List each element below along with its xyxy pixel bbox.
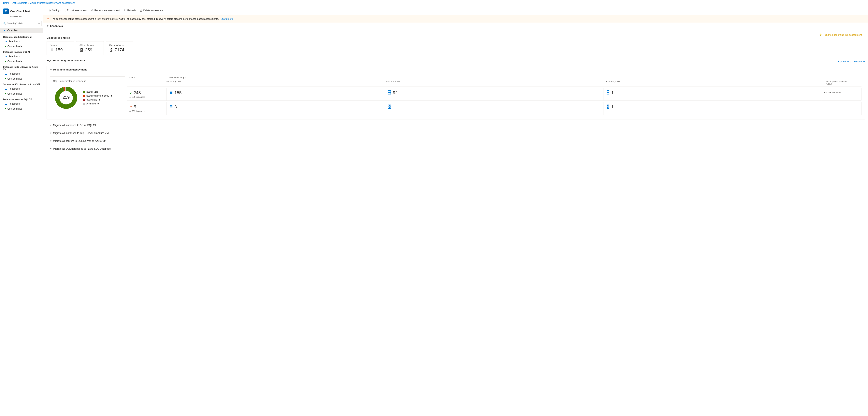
sidebar-item-db-cost[interactable]: ● Cost estimate — [0, 106, 43, 111]
header-cost — [820, 77, 860, 79]
stats-db-warning: 🗄 1 — [603, 102, 822, 115]
expand-all-link[interactable]: Expand all — [838, 60, 849, 63]
breadcrumb-azure-migrate[interactable]: Azure Migrate — [12, 2, 27, 4]
entity-card-servers[interactable]: Servers 🖥 159 — [46, 41, 74, 55]
cloud-icon: ☁ — [5, 55, 7, 58]
export-button[interactable]: ↓ Export assessment — [63, 8, 89, 13]
sidebar-item-label: Readiness — [8, 72, 20, 75]
databases-count: 7174 — [115, 48, 124, 53]
sidebar-item-serversvm-cost[interactable]: ● Cost estimate — [0, 91, 43, 96]
vm-icon-2: 🖥 — [169, 105, 173, 110]
settings-button[interactable]: ⚙ Settings — [46, 8, 63, 13]
warning-sub: of 259 instances — [129, 110, 164, 112]
toolbar: ⚙ Settings ↓ Export assessment ↺ Recalcu… — [43, 6, 868, 15]
cost-icon: ● — [5, 92, 6, 95]
breadcrumb-discovery[interactable]: Azure Migrate: Discovery and assessment — [30, 2, 74, 4]
mi-count-2: 1 — [393, 105, 395, 110]
learn-more-link[interactable]: Learn more. — [221, 18, 234, 20]
sidebar-item-sqlmi-cost[interactable]: ● Cost estimate — [0, 59, 43, 64]
header-deployment: Deployment target — [168, 77, 820, 79]
chevron-down-icon: ▼ — [50, 124, 52, 126]
collapse-all-link[interactable]: Collapse all — [852, 60, 865, 63]
stats-row-warning[interactable]: ⚠ 5 of 259 instances 🖥 3 — [127, 102, 862, 115]
legend-ready: Ready 248 — [83, 90, 112, 93]
essentials-toggle[interactable]: ▼ Essentials — [46, 25, 865, 27]
sidebar-item-label: Readiness — [8, 55, 20, 58]
migration-title: SQL Server migration scenarios — [46, 59, 86, 62]
migration-links: Expand all | Collapse all — [838, 60, 865, 63]
stats-mi-ready: 🗄 92 — [385, 88, 603, 100]
recalculate-button[interactable]: ↺ Recalculate assessment — [89, 8, 122, 13]
stats-vm-ready: 🖥 155 — [166, 88, 385, 100]
sidebar-logo-icon: C — [3, 8, 9, 14]
sidebar-item-sqlmi-readiness[interactable]: ☁ Readiness — [0, 54, 43, 59]
sidebar-item-recommended-readiness[interactable]: ☁ Readiness — [0, 39, 43, 44]
sidebar-nav: ☁ Overview — [0, 27, 43, 34]
collapse-servers-vm[interactable]: ▼ Migrate all servers to SQL Server on A… — [46, 137, 865, 145]
essentials-label: Essentials — [50, 25, 63, 27]
entity-card-databases[interactable]: User databases 🗄 7174 — [106, 41, 133, 55]
entity-label-servers: Servers — [50, 44, 71, 46]
entity-value-sql: 🗄 259 — [80, 48, 100, 53]
collapse-databases-db[interactable]: ▼ Migrate all SQL databases to Azure SQL… — [46, 145, 865, 153]
entity-card-sql[interactable]: SQL instances 🗄 259 — [76, 41, 104, 55]
sidebar-section-servers-vm: Servers to SQL Server on Azure VM ☁ Read… — [0, 81, 43, 96]
vm-count-2: 3 — [175, 105, 177, 110]
sidebar-section-sql-mi: Instances to Azure SQL MI ☁ Readiness ● … — [0, 49, 43, 64]
ready-checkmark-icon: ✔ — [129, 91, 132, 95]
chevron-down-icon: ▼ — [50, 140, 52, 142]
scenario-recommended-label: Recommended deployment — [53, 68, 87, 71]
chart-legend: Ready 248 Ready with conditions 5 — [83, 90, 112, 105]
ready-sub: of 259 instances — [129, 96, 164, 98]
settings-icon: ⚙ — [49, 9, 51, 12]
servers-count: 159 — [56, 48, 63, 53]
content-area: 💡 Help me understand this assessment Dis… — [43, 29, 868, 156]
legend-dot-conditions — [83, 95, 85, 97]
delete-button[interactable]: 🗑 Delete assessment — [138, 8, 165, 13]
collapse-sql-mi[interactable]: ▼ Migrate all instances to Azure SQL MI — [46, 121, 865, 129]
stats-row-ready[interactable]: ✔ 248 of 259 instances 🖥 155 — [127, 88, 862, 101]
sidebar-search-container: 🔍 « — [2, 21, 42, 26]
chart-body: 259 Ready 248 — [53, 85, 122, 111]
stats-mi-warning: 🗄 1 — [385, 102, 603, 115]
refresh-button[interactable]: ↻ Refresh — [122, 8, 137, 13]
help-link[interactable]: 💡 Help me understand this assessment — [819, 34, 862, 36]
sidebar-item-label: Readiness — [8, 87, 20, 90]
scenario-recommended-header[interactable]: ▼ Recommended deployment — [47, 66, 865, 73]
sidebar-collapse-button[interactable]: « — [38, 22, 40, 25]
donut-svg: 259 — [53, 85, 79, 111]
sidebar-item-db-readiness[interactable]: ☁ Readiness — [0, 101, 43, 106]
sidebar-logo: C CostCheckTest — [3, 8, 40, 14]
donut-chart: 259 — [53, 85, 79, 111]
warning-banner: ⚠ The confidence rating of the assessmen… — [43, 15, 868, 23]
sidebar: C CostCheckTest Assessment 🔍 « ☁ Overvie… — [0, 6, 43, 416]
header-source: Source — [128, 77, 168, 79]
overview-label: Overview — [7, 29, 18, 32]
sidebar-overview-item[interactable]: ☁ Overview — [0, 28, 43, 33]
help-label: Help me understand this assessment — [823, 34, 862, 36]
cloud-icon: ☁ — [5, 40, 7, 43]
db-icon-2: 🗄 — [606, 105, 610, 110]
collapse-sql-vm[interactable]: ▼ Migrate all instances to SQL Server on… — [46, 129, 865, 137]
help-icon: 💡 — [819, 34, 822, 36]
entity-label-databases: User databases — [109, 44, 130, 46]
main-content: ⚠ The confidence rating of the assessmen… — [43, 15, 868, 416]
overview-icon: ☁ — [3, 29, 6, 32]
entities-cards: Servers 🖥 159 SQL instances 🗄 259 — [46, 41, 865, 55]
breadcrumb-home[interactable]: Home — [3, 2, 9, 4]
sidebar-item-recommended-cost[interactable]: ● Cost estimate — [0, 44, 43, 49]
legend-dot-unknown — [83, 103, 85, 105]
search-input[interactable] — [7, 22, 37, 25]
sidebar-item-serversvm-readiness[interactable]: ☁ Readiness — [0, 86, 43, 91]
db-icon: 🗄 — [606, 90, 610, 95]
subheader-sql-db: Azure SQL DB — [606, 80, 826, 85]
chevron-down-icon: ▼ — [50, 148, 52, 150]
recalculate-icon: ↺ — [91, 9, 93, 12]
sidebar-item-sqlvm-readiness[interactable]: ☁ Readiness — [0, 71, 43, 76]
chevron-down-icon: ▼ — [50, 132, 52, 134]
sidebar-subtitle: Assessment — [10, 15, 22, 18]
stats-area: Source Deployment target Azure SQL VM Az… — [127, 77, 862, 116]
legend-dot-notready — [83, 99, 85, 101]
sidebar-item-sqlvm-cost[interactable]: ● Cost estimate — [0, 76, 43, 81]
cost-icon: ● — [5, 60, 6, 63]
